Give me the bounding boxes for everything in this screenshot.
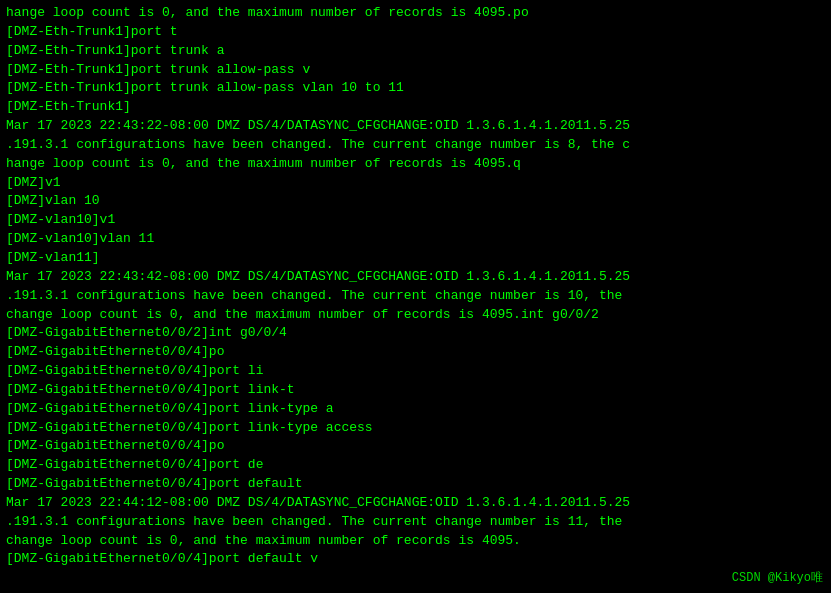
terminal-line: [DMZ-GigabitEthernet0/0/4]port li [6, 362, 825, 381]
terminal-line: Mar 17 2023 22:43:42-08:00 DMZ DS/4/DATA… [6, 268, 825, 287]
terminal-line: [DMZ-GigabitEthernet0/0/4]port default [6, 475, 825, 494]
terminal-line: [DMZ-GigabitEthernet0/0/2]int g0/0/4 [6, 324, 825, 343]
terminal-line: Mar 17 2023 22:44:12-08:00 DMZ DS/4/DATA… [6, 494, 825, 513]
terminal-line: .191.3.1 configurations have been change… [6, 513, 825, 532]
watermark: CSDN @Kikyo唯 [732, 570, 823, 587]
terminal-line: [DMZ-Eth-Trunk1]port t [6, 23, 825, 42]
terminal-line: [DMZ-Eth-Trunk1] [6, 98, 825, 117]
terminal-line: [DMZ-GigabitEthernet0/0/4]po [6, 343, 825, 362]
terminal-line: .191.3.1 configurations have been change… [6, 136, 825, 155]
terminal-line: [DMZ-Eth-Trunk1]port trunk allow-pass vl… [6, 79, 825, 98]
terminal-line: hange loop count is 0, and the maximum n… [6, 155, 825, 174]
terminal-line: change loop count is 0, and the maximum … [6, 532, 825, 551]
terminal-output: hange loop count is 0, and the maximum n… [6, 4, 825, 569]
terminal-line: .191.3.1 configurations have been change… [6, 287, 825, 306]
terminal-window: hange loop count is 0, and the maximum n… [0, 0, 831, 593]
terminal-line: [DMZ-GigabitEthernet0/0/4]po [6, 437, 825, 456]
terminal-line: [DMZ-GigabitEthernet0/0/4]port default v [6, 550, 825, 569]
terminal-line: [DMZ]v1 [6, 174, 825, 193]
terminal-line: [DMZ-Eth-Trunk1]port trunk allow-pass v [6, 61, 825, 80]
terminal-line: change loop count is 0, and the maximum … [6, 306, 825, 325]
terminal-line: [DMZ-GigabitEthernet0/0/4]port de [6, 456, 825, 475]
terminal-line: [DMZ-GigabitEthernet0/0/4]port link-t [6, 381, 825, 400]
terminal-line: [DMZ-vlan10]vlan 11 [6, 230, 825, 249]
terminal-line: Mar 17 2023 22:43:22-08:00 DMZ DS/4/DATA… [6, 117, 825, 136]
terminal-line: [DMZ-vlan11] [6, 249, 825, 268]
terminal-line: [DMZ-vlan10]v1 [6, 211, 825, 230]
terminal-line: [DMZ-GigabitEthernet0/0/4]port link-type… [6, 419, 825, 438]
terminal-line: [DMZ]vlan 10 [6, 192, 825, 211]
terminal-line: hange loop count is 0, and the maximum n… [6, 4, 825, 23]
terminal-line: [DMZ-Eth-Trunk1]port trunk a [6, 42, 825, 61]
terminal-line: [DMZ-GigabitEthernet0/0/4]port link-type… [6, 400, 825, 419]
